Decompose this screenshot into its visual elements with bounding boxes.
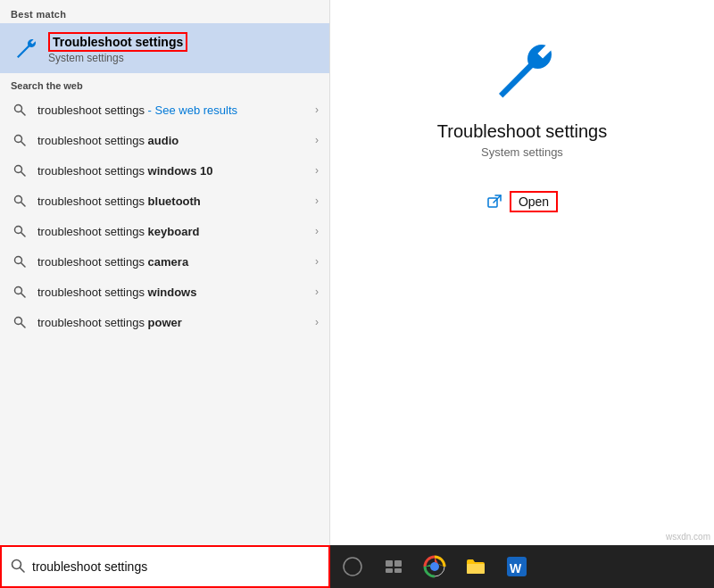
word-icon[interactable]: W bbox=[503, 553, 530, 580]
svg-line-19 bbox=[21, 567, 25, 572]
list-item-text: troubleshoot settings camera bbox=[37, 255, 315, 269]
svg-rect-24 bbox=[394, 568, 402, 573]
svg-line-13 bbox=[21, 294, 26, 298]
svg-line-5 bbox=[21, 172, 26, 177]
list-item-text: troubleshoot settings power bbox=[37, 316, 315, 329]
list-item[interactable]: troubleshoot settings - See web results … bbox=[0, 95, 329, 125]
search-bar[interactable] bbox=[0, 545, 330, 588]
wrench-icon bbox=[11, 34, 39, 62]
list-item[interactable]: troubleshoot settings camera › bbox=[0, 246, 329, 277]
svg-line-9 bbox=[21, 233, 26, 237]
svg-point-20 bbox=[344, 558, 361, 576]
svg-rect-21 bbox=[386, 560, 393, 567]
search-icon bbox=[11, 131, 29, 149]
chevron-icon: › bbox=[315, 255, 319, 268]
item-bold-text: audio bbox=[148, 134, 179, 147]
chevron-icon: › bbox=[315, 225, 319, 237]
watermark: wsxdn.com bbox=[666, 532, 710, 542]
search-icon bbox=[11, 161, 29, 179]
taskbar-icons: W bbox=[330, 553, 714, 580]
best-match-subtitle: System settings bbox=[48, 52, 187, 64]
search-results: troubleshoot settings - See web results … bbox=[0, 95, 329, 545]
list-item[interactable]: troubleshoot settings power › bbox=[0, 307, 329, 337]
search-icon bbox=[11, 253, 29, 270]
list-item[interactable]: troubleshoot settings windows 10 › bbox=[0, 155, 329, 186]
item-bold-text: bluetooth bbox=[148, 195, 201, 208]
svg-line-15 bbox=[21, 324, 26, 328]
list-item-text: troubleshoot settings keyboard bbox=[37, 225, 315, 238]
taskbar: W wsxdn.com bbox=[0, 545, 714, 588]
list-item[interactable]: troubleshoot settings bluetooth › bbox=[0, 186, 329, 216]
search-icon bbox=[11, 313, 29, 331]
list-item-text: troubleshoot settings windows 10 bbox=[37, 164, 315, 178]
svg-rect-23 bbox=[386, 568, 393, 573]
svg-line-7 bbox=[21, 203, 26, 207]
see-web-results-link[interactable]: - See web results bbox=[145, 104, 237, 117]
chevron-icon: › bbox=[315, 104, 319, 116]
open-button[interactable]: Open bbox=[510, 191, 558, 212]
svg-line-1 bbox=[21, 112, 26, 116]
chevron-icon: › bbox=[315, 316, 319, 328]
large-wrench-icon bbox=[486, 36, 558, 107]
svg-line-11 bbox=[21, 263, 26, 268]
chevron-icon: › bbox=[315, 195, 319, 207]
item-bold-text: windows bbox=[148, 286, 197, 299]
left-panel: Best match Troubleshoot settings System … bbox=[0, 0, 330, 545]
item-bold-text: windows 10 bbox=[148, 164, 213, 178]
chevron-icon: › bbox=[315, 134, 319, 146]
open-button-wrap[interactable]: Open bbox=[477, 186, 567, 218]
cortana-icon[interactable] bbox=[339, 553, 366, 580]
list-item[interactable]: troubleshoot settings windows › bbox=[0, 277, 329, 307]
best-match-label: Best match bbox=[0, 0, 329, 23]
list-item-text: troubleshoot settings audio bbox=[37, 134, 315, 147]
chevron-icon: › bbox=[315, 164, 319, 177]
search-icon bbox=[11, 222, 29, 240]
chevron-icon: › bbox=[315, 286, 319, 298]
list-item-text: troubleshoot settings windows bbox=[37, 286, 315, 299]
chrome-icon[interactable] bbox=[421, 553, 448, 580]
search-input[interactable] bbox=[32, 559, 320, 574]
search-icon bbox=[11, 192, 29, 210]
svg-rect-22 bbox=[394, 560, 402, 567]
list-item-text: troubleshoot settings - See web results bbox=[37, 104, 315, 117]
svg-point-26 bbox=[430, 562, 439, 571]
search-web-label: Search the web bbox=[0, 73, 329, 95]
taskbar-search-icon bbox=[11, 559, 25, 576]
item-bold-text: power bbox=[148, 316, 182, 329]
item-bold-text: keyboard bbox=[148, 225, 200, 238]
best-match-title: Troubleshoot settings bbox=[48, 32, 187, 52]
task-view-icon[interactable] bbox=[380, 553, 407, 580]
svg-text:W: W bbox=[510, 561, 522, 576]
search-icon bbox=[11, 283, 29, 301]
list-item-text: troubleshoot settings bluetooth bbox=[37, 195, 315, 208]
list-item[interactable]: troubleshoot settings keyboard › bbox=[0, 216, 329, 246]
svg-line-3 bbox=[21, 142, 26, 146]
open-external-icon bbox=[486, 194, 502, 210]
file-explorer-icon[interactable] bbox=[462, 553, 489, 580]
best-match-item[interactable]: Troubleshoot settings System settings bbox=[0, 23, 329, 73]
item-bold-text: camera bbox=[148, 255, 189, 269]
best-match-text: Troubleshoot settings System settings bbox=[48, 32, 187, 64]
right-subtitle: System settings bbox=[481, 145, 563, 159]
list-item[interactable]: troubleshoot settings audio › bbox=[0, 125, 329, 155]
svg-rect-27 bbox=[467, 564, 485, 574]
right-panel: Troubleshoot settings System settings Op… bbox=[330, 0, 714, 545]
right-title: Troubleshoot settings bbox=[437, 121, 607, 142]
item-plain-text: troubleshoot settings bbox=[37, 104, 145, 117]
search-icon bbox=[11, 101, 29, 119]
